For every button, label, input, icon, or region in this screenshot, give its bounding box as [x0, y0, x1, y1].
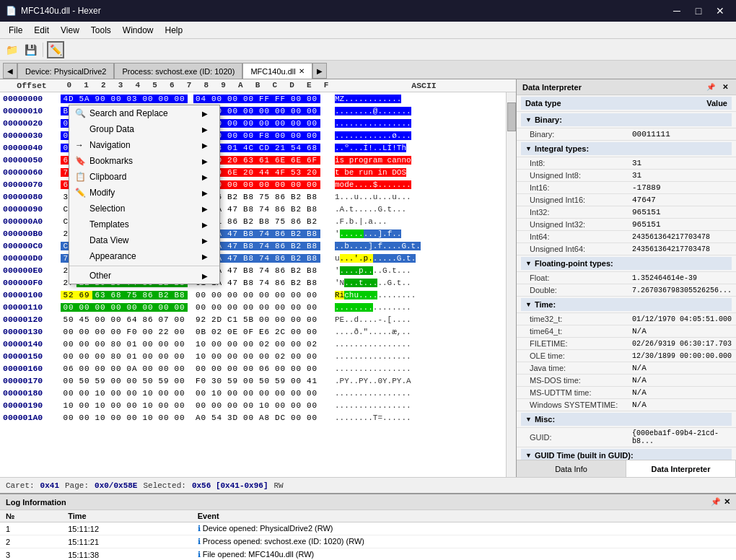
log-pin-btn[interactable]: 📌 — [711, 497, 721, 507]
hex-scrollbar-thumb[interactable] — [507, 102, 516, 131]
submenu-arrow-icon: ▶ — [202, 110, 208, 118]
tab-physical-drive[interactable]: Device: PhysicalDrive2 — [17, 63, 114, 79]
cm-item-dataview[interactable]: Data View ▶ — [69, 232, 219, 248]
cm-item-other[interactable]: Other ▶ — [69, 268, 219, 284]
submenu-arrow-icon: ▶ — [202, 205, 208, 213]
log-close-btn[interactable]: ✕ — [724, 497, 730, 507]
table-row[interactable]: 00000180 0000100000100000 00100000000000… — [0, 387, 506, 399]
section-datatype[interactable]: Data typeValue — [521, 97, 732, 110]
table-row[interactable]: 00000100 526963687586B2B8 00000000000000… — [0, 289, 506, 301]
header-col-4: 4 — [136, 81, 141, 90]
header-col-7: 7 — [187, 81, 192, 90]
cm-item-search-replace[interactable]: 🔍 Search and Replace ▶ — [69, 105, 219, 121]
window-title: MFC140u.dll - Hexer — [21, 6, 101, 16]
section-float[interactable]: ▼Floating-point types: — [521, 257, 732, 270]
cm-item-appearance[interactable]: Appearance ▶ — [69, 248, 219, 264]
open-button[interactable]: 📁 — [3, 41, 20, 58]
menu-edit[interactable]: Edit — [28, 22, 55, 38]
table-row[interactable]: 000001A0 0000100000100000 A0543D00A8DC00… — [0, 411, 506, 424]
app-icon: 📄 — [6, 6, 17, 16]
close-button[interactable]: ✕ — [710, 1, 730, 21]
header-col-3: 3 — [118, 81, 123, 90]
tab-nav-right[interactable]: ▶ — [312, 63, 327, 79]
caret-label: Caret: — [6, 481, 35, 490]
submenu-arrow-icon: ▶ — [202, 189, 208, 197]
tab-mfc140[interactable]: MFC140u.dll ✕ — [242, 63, 312, 79]
menu-window[interactable]: Window — [117, 22, 159, 38]
minimize-button[interactable]: ─ — [667, 1, 687, 21]
cm-item-modify[interactable]: ✏️ Modify ▶ — [69, 185, 219, 201]
table-row[interactable]: 00000140 0000008001000000 10000000020000… — [0, 338, 506, 350]
info-icon: ℹ — [198, 537, 201, 546]
di-row-uint16: Unsigned Int16: 47647 — [517, 194, 736, 206]
table-row[interactable]: 00000150 0000008001000000 10000000000200… — [0, 350, 506, 362]
header-col-6: 6 — [170, 81, 175, 90]
header-col-c: C — [273, 81, 278, 90]
hex-scrollbar[interactable] — [506, 92, 516, 477]
table-row[interactable]: 00000130 00000000F0002200 0B020E0FE62C00… — [0, 325, 506, 338]
data-interpreter-content: Data typeValue ▼Binary: Binary: 00011111… — [517, 95, 736, 460]
submenu-arrow-icon: ▶ — [202, 141, 208, 149]
table-row[interactable]: 00000110 0000000000000000 00000000000000… — [0, 301, 506, 313]
menu-view[interactable]: View — [55, 22, 85, 38]
log-controls: 📌 ✕ — [711, 497, 730, 507]
di-row-float: Float: 1.352464614e-39 — [517, 272, 736, 284]
log-header: Log Information 📌 ✕ — [0, 494, 736, 510]
search-icon: 🔍 — [75, 108, 86, 118]
header-col-9: 9 — [221, 81, 226, 90]
section-binary[interactable]: ▼Binary: — [521, 113, 732, 126]
menu-file[interactable]: File — [3, 22, 28, 38]
context-menu: 🔍 Search and Replace ▶ Group Data ▶ → Na… — [69, 105, 220, 284]
cm-item-navigation[interactable]: → Navigation ▶ — [69, 137, 219, 153]
table-row[interactable]: 00000120 5045000064860700 922DC15B000000… — [0, 313, 506, 325]
table-row[interactable]: 00000190 1000100000100000 00000000100000… — [0, 399, 506, 411]
panel-close-button[interactable]: ✕ — [720, 82, 730, 92]
info-icon: ℹ — [198, 524, 201, 533]
table-row[interactable]: 00000000 4D5A900003000000 04000000FFFF00… — [0, 92, 506, 105]
table-row[interactable]: 00000170 0050590000505900 F0305900505900… — [0, 375, 506, 387]
table-row[interactable]: 00000160 060000000A000000 00000000060000… — [0, 362, 506, 375]
panel-header: Data Interpreter 📌 ✕ — [517, 79, 736, 95]
header-col-2: 2 — [101, 81, 106, 90]
di-row-double: Double: 7.267036798305526256... — [517, 284, 736, 297]
panel-pin-button[interactable]: 📌 — [704, 82, 717, 92]
navigation-icon: → — [75, 140, 84, 150]
tab-data-info[interactable]: Data Info — [517, 460, 626, 477]
di-row-javatime: Java time: N/A — [517, 362, 736, 375]
section-guid-time[interactable]: ▼GUID Time (built in GUID): — [521, 449, 732, 460]
tab-nav-left[interactable]: ◀ — [3, 63, 17, 79]
header-col-0: 0 — [67, 81, 72, 90]
page-value: 0x0/0x58E — [95, 481, 137, 490]
title-bar: 📄 MFC140u.dll - Hexer ─ □ ✕ — [0, 0, 736, 22]
section-misc[interactable]: ▼Misc: — [521, 413, 732, 426]
menu-bar: File Edit View Tools Window Help — [0, 22, 736, 39]
di-row-time64: time64_t: N/A — [517, 325, 736, 338]
status-bar: Caret: 0x41 Page: 0x0/0x58E Selected: 0x… — [0, 477, 736, 493]
bookmark-icon: 🔖 — [75, 156, 86, 166]
title-bar-left: 📄 MFC140u.dll - Hexer — [6, 6, 101, 16]
cm-item-templates[interactable]: Templates ▶ — [69, 216, 219, 232]
header-col-8: 8 — [204, 81, 209, 90]
tab-svchost[interactable]: Process: svchost.exe (ID: 1020) — [114, 63, 242, 79]
menu-help[interactable]: Help — [159, 22, 189, 38]
section-time[interactable]: ▼Time: — [521, 298, 732, 311]
section-integral[interactable]: ▼Integral types: — [521, 142, 732, 155]
cm-item-bookmarks[interactable]: 🔖 Bookmarks ▶ — [69, 153, 219, 169]
maximize-button[interactable]: □ — [688, 1, 709, 21]
tab-mfc140-close[interactable]: ✕ — [299, 67, 305, 75]
menu-tools[interactable]: Tools — [85, 22, 117, 38]
edit-button[interactable]: ✏️ — [47, 41, 64, 58]
selected-value: 0x56 [0x41-0x96] — [192, 481, 268, 490]
tab-data-interpreter[interactable]: Data Interpreter — [626, 460, 736, 477]
cm-separator — [69, 266, 219, 266]
di-row-filetime: FILETIME: 02/26/9319 06:30:17.703 — [517, 338, 736, 350]
cm-item-selection[interactable]: Selection ▶ — [69, 201, 219, 216]
di-row-int16: Int16: -17889 — [517, 182, 736, 194]
di-row-binary: Binary: 00011111 — [517, 128, 736, 141]
cm-item-clipboard[interactable]: 📋 Clipboard ▶ — [69, 169, 219, 185]
log-col-event: Event — [192, 510, 736, 522]
save-button[interactable]: 💾 — [22, 41, 39, 58]
cm-item-group-data[interactable]: Group Data ▶ — [69, 121, 219, 137]
list-item: 1 15:11:12 ℹ Device opened: PhysicalDriv… — [0, 522, 736, 535]
di-row-winsystemtime: Windows SYSTEMTIME: N/A — [517, 399, 736, 411]
